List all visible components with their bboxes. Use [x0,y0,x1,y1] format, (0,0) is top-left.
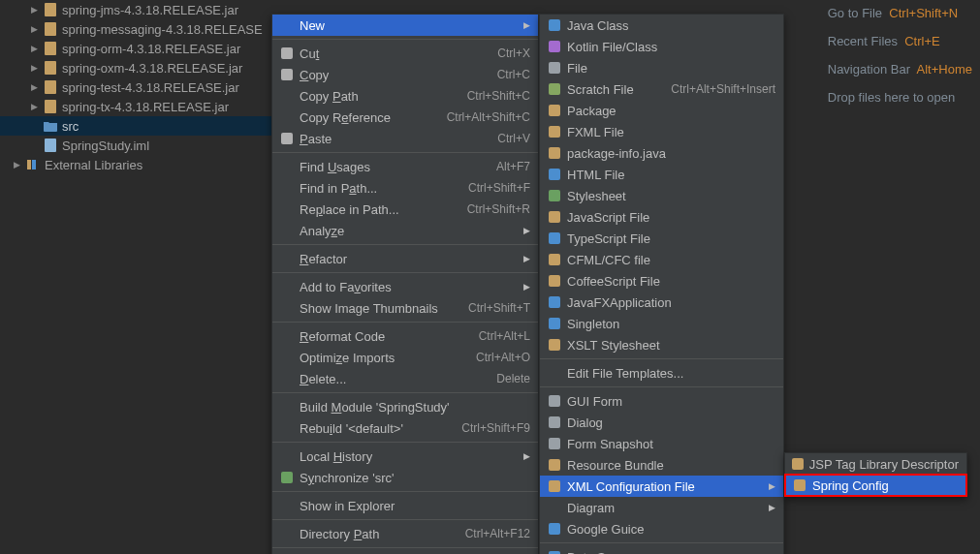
svg-rect-29 [549,339,560,351]
expand-arrow-icon[interactable]: ▶ [29,5,39,15]
ctx-main-item[interactable]: Local History▶ [272,446,538,467]
ctx-main-item[interactable]: Rebuild '<default>'Ctrl+Shift+F9 [272,417,538,439]
tree-item-label: External Libraries [45,158,142,172]
svg-rect-23 [549,211,560,223]
separator [540,358,783,359]
tree-item-jar[interactable]: ▶spring-orm-4.3.18.RELEASE.jar [0,39,271,58]
ctx-main-item[interactable]: Show Image ThumbnailsCtrl+Shift+T [272,297,538,319]
ctx-new-item[interactable]: XSLT Stylesheet [540,334,783,355]
svg-rect-28 [549,318,560,329]
ctx-new-item[interactable]: JavaScript File [540,206,783,228]
ctx-new-item[interactable]: FXML File [540,121,783,142]
ctx-main-item[interactable]: CutCtrl+X [272,43,538,64]
shortcut-label: Ctrl+Shift+F [468,181,530,195]
tree-item-jar[interactable]: ▶spring-messaging-4.3.18.RELEASE [0,19,271,39]
menu-item-label: Spring Config [812,478,959,493]
tree-item-label: spring-jms-4.3.18.RELEASE.jar [62,3,238,17]
ctx-main-item[interactable]: Find UsagesAlt+F7 [272,156,538,177]
ctx-main-item[interactable]: Delete...Delete [272,368,538,389]
ctx-new-item[interactable]: File [540,57,783,78]
ctx-new-item[interactable]: Singleton [540,313,783,334]
tree-item-jar[interactable]: ▶spring-oxm-4.3.18.RELEASE.jar [0,58,271,77]
ctx-main-item[interactable]: New▶ [272,15,538,36]
jar-icon [43,99,58,114]
ctx-xml-item[interactable]: Spring Config [785,475,966,496]
ctx-new-item[interactable]: HTML File [540,164,783,185]
shortcut-label: Delete [496,372,530,385]
ctx-new-item[interactable]: CoffeeScript File [540,270,783,292]
spring-icon [791,477,808,493]
expand-arrow-icon[interactable]: ▶ [29,102,39,111]
svg-rect-35 [549,523,560,535]
menu-item-label: Stylesheet [567,189,775,203]
ctx-new-item[interactable]: Data Source [540,546,783,554]
ctx-main-item[interactable]: Optimize ImportsCtrl+Alt+O [272,347,538,368]
separator [272,152,538,153]
ctx-main-item[interactable]: Analyze▶ [272,220,538,241]
tree-item-lib[interactable]: ▶External Libraries [0,155,271,174]
ctx-new-item[interactable]: GUI Form [540,390,783,412]
menu-item-label: Data Source [567,550,775,555]
expand-arrow-icon[interactable]: ▶ [29,44,39,53]
blank-icon [278,88,296,104]
ctx-new-item[interactable]: TypeScript File [540,228,783,249]
ctx-xml-item[interactable]: JSP Tag Library Descriptor [785,453,966,475]
context-menu-xml-config[interactable]: JSP Tag Library DescriptorSpring Config [784,452,967,497]
expand-arrow-icon[interactable]: ▶ [29,82,39,92]
hint-navigation-bar: Navigation Bar Alt+Home [828,62,972,77]
ctx-main-item[interactable]: Synchronize 'src' [272,467,538,488]
tree-item-jar[interactable]: ▶spring-tx-4.3.18.RELEASE.jar [0,97,271,116]
xslt-icon [546,337,563,353]
submenu-arrow-icon: ▶ [521,451,530,461]
ctx-new-item[interactable]: package-info.java [540,142,783,164]
expand-arrow-icon[interactable]: ▶ [29,63,39,73]
ctx-main-item[interactable]: PasteCtrl+V [272,128,538,149]
ctx-main-item[interactable]: Copy PathCtrl+Shift+C [272,85,538,107]
ctx-new-item[interactable]: Stylesheet [540,185,783,206]
project-tree[interactable]: ▶spring-jms-4.3.18.RELEASE.jar▶spring-me… [0,0,271,554]
ctx-new-item[interactable]: JavaFXApplication [540,292,783,313]
ctx-main-item[interactable]: Refactor▶ [272,248,538,269]
menu-item-label: Copy Path [300,89,467,104]
ctx-new-item[interactable]: Scratch FileCtrl+Alt+Shift+Insert [540,78,783,100]
ctx-new-item[interactable]: Diagram▶ [540,497,783,518]
tree-item-jar[interactable]: ▶spring-test-4.3.18.RELEASE.jar [0,77,271,97]
ctx-main-item[interactable]: Find in Path...Ctrl+Shift+F [272,177,538,199]
shortcut-label: Ctrl+Shift+T [468,301,530,315]
ctx-new-item[interactable]: XML Configuration File▶ [540,476,783,497]
ctx-new-item[interactable]: Package [540,100,783,121]
ctx-main-item[interactable]: Build Module 'SpringStudy' [272,396,538,417]
context-menu-new[interactable]: Java ClassKotlin File/ClassFileScratch F… [539,14,784,554]
ctx-new-item[interactable]: CFML/CFC file [540,249,783,270]
tree-item-folder[interactable]: src [0,116,271,136]
ctx-new-item[interactable]: Form Snapshot [540,433,783,454]
shortcut-label: Alt+F7 [496,160,530,173]
svg-rect-31 [549,416,560,428]
hint-label: Navigation Bar [828,62,910,77]
tree-item-iml[interactable]: SpringStudy.iml [0,136,271,155]
context-menu-main[interactable]: New▶CutCtrl+XCopyCtrl+CCopy PathCtrl+Shi… [271,14,539,554]
tree-item-label: spring-tx-4.3.18.RELEASE.jar [62,100,229,114]
ctx-new-item[interactable]: Edit File Templates... [540,362,783,384]
ctx-main-item[interactable]: Directory PathCtrl+Alt+F12 [272,523,538,544]
ctx-new-item[interactable]: Resource Bundle [540,454,783,476]
ctx-main-item[interactable]: Show in Explorer [272,495,538,516]
ctx-main-item[interactable]: Add to Favorites▶ [272,276,538,297]
expand-arrow-icon[interactable]: ▶ [29,24,39,34]
ctx-new-item[interactable]: Kotlin File/Class [540,36,783,57]
tree-item-jar[interactable]: ▶spring-jms-4.3.18.RELEASE.jar [0,0,271,19]
ctx-main-item[interactable]: CopyCtrl+C [272,64,538,85]
ctx-main-item[interactable]: Reformat CodeCtrl+Alt+L [272,325,538,347]
blank-icon [546,500,563,515]
ctx-new-item[interactable]: Dialog [540,412,783,433]
ctx-new-item[interactable]: Google Guice [540,518,783,539]
expand-arrow-icon[interactable]: ▶ [12,160,21,169]
ctx-new-item[interactable]: Java Class [540,15,783,36]
separator [272,442,538,443]
ctx-main-item[interactable]: Replace in Path...Ctrl+Shift+R [272,199,538,220]
menu-item-label: FXML File [567,125,775,139]
menu-item-label: Optimize Imports [300,351,476,365]
shortcut-label: Ctrl+Alt+Shift+Insert [671,82,775,96]
ctx-main-item[interactable]: Copy ReferenceCtrl+Alt+Shift+C [272,107,538,128]
menu-item-label: Refactor [300,252,521,266]
